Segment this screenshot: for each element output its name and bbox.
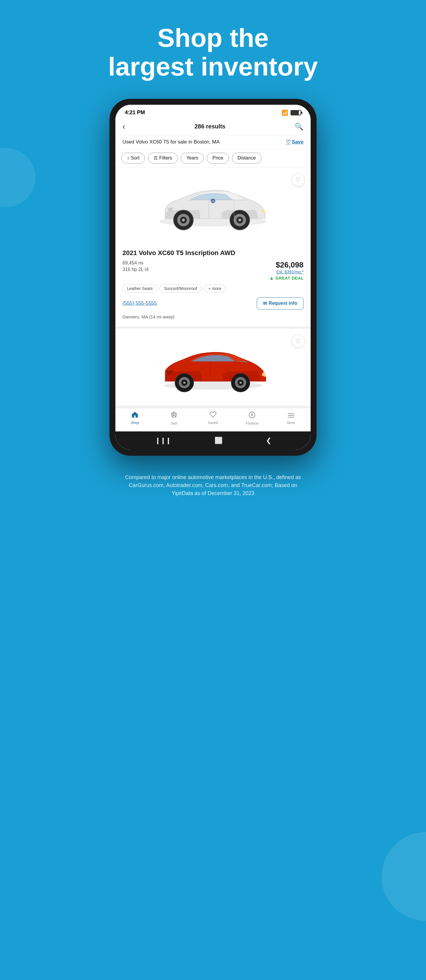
request-btn-label-1: Request info — [269, 301, 297, 306]
decorative-circle-right — [381, 832, 426, 921]
more-icon — [288, 411, 295, 420]
nav-shop[interactable]: Shop — [115, 411, 154, 425]
distance-filter-button[interactable]: Distance — [232, 153, 262, 164]
back-button[interactable]: ‹ — [122, 122, 125, 131]
deal-badge-1: ▲ GREAT DEAL — [269, 275, 304, 281]
car-details-1: 2021 Volvo XC60 T5 Inscription AWD 69,45… — [115, 244, 311, 326]
back-nav-button[interactable]: ❮ — [266, 437, 271, 444]
mileage-1: 69,454 mi — [122, 260, 148, 266]
car-image-section-2: ♡ — [115, 329, 311, 406]
search-query-text: Used Volvo XC60 T5 for sale in Boston, M… — [122, 139, 220, 145]
phone-home-area: ❙❙❙ ⬜ ❮ — [115, 431, 311, 450]
red-car-svg — [157, 339, 269, 395]
car-listing-2: ♡ — [115, 329, 311, 408]
disclaimer-text: Compared to major online automotive mark… — [125, 474, 301, 496]
phone-frame: 4:21 PM 📶 ‹ 286 results 🔍 Used Volvo XC6… — [110, 99, 316, 456]
filters-label: Filters — [159, 155, 172, 161]
svg-point-4 — [182, 218, 185, 221]
svg-point-17 — [183, 382, 186, 384]
more-label: More — [287, 421, 295, 425]
favorite-button-2[interactable]: ♡ — [292, 335, 305, 348]
features-row-1: Leather Seats Sunroof/Moonroof + more — [122, 284, 304, 293]
shop-icon — [131, 411, 139, 420]
car-price-section-1: $26,098 Est. $391/mo.* ▲ GREAT DEAL — [269, 260, 304, 281]
svg-point-26 — [132, 416, 134, 418]
price-filter-button[interactable]: Price — [207, 153, 229, 164]
price-label: Price — [212, 155, 223, 161]
monthly-payment-1[interactable]: Est. $391/mo.* — [269, 270, 304, 274]
recent-apps-button[interactable]: ❙❙❙ — [155, 437, 171, 444]
nav-more[interactable]: More — [272, 411, 311, 425]
search-subtitle-bar: Used Volvo XC60 T5 for sale in Boston, M… — [115, 135, 311, 149]
car-specs-1: 69,454 mi 316 hp 2L I4 — [122, 260, 148, 272]
filter-bar: ↕ Sort ☴ Filters Years Price Distance — [115, 149, 311, 167]
finance-label: Finance — [246, 422, 259, 425]
years-label: Years — [186, 155, 198, 161]
nav-sell[interactable]: $ Sell — [154, 411, 194, 425]
heart-icon: ♡ — [286, 139, 291, 145]
filters-button[interactable]: ☴ Filters — [148, 153, 178, 164]
shop-label: Shop — [131, 421, 139, 425]
sort-filter-button[interactable]: ↕ Sort — [121, 153, 145, 164]
battery-icon — [291, 110, 301, 115]
deal-text-1: GREAT DEAL — [275, 276, 304, 280]
svg-point-8 — [238, 218, 242, 221]
status-time: 4:21 PM — [125, 110, 145, 116]
engine-1: 316 hp 2L I4 — [122, 267, 148, 272]
saved-icon — [210, 411, 216, 420]
car-image-2 — [151, 335, 275, 400]
request-info-button-1[interactable]: ✉ Request info — [257, 298, 304, 310]
filter-icon: ☴ — [154, 155, 158, 161]
save-search-button[interactable]: ♡ Save — [286, 139, 304, 145]
decorative-circle-left — [0, 148, 35, 207]
envelope-icon: ✉ — [263, 301, 267, 306]
hero-line2: largest inventory — [108, 52, 318, 81]
svg-point-21 — [239, 382, 242, 384]
sort-icon: ↕ — [127, 155, 129, 161]
car-title-1: 2021 Volvo XC60 T5 Inscription AWD — [122, 249, 304, 257]
hero-line1: Shop the — [157, 23, 269, 52]
battery-fill — [291, 111, 299, 115]
svg-text:$: $ — [173, 414, 175, 417]
location-1: Danvers, MA (14 mi away) — [122, 314, 304, 321]
home-button[interactable]: ⬜ — [215, 437, 223, 444]
car-meta-1: 69,454 mi 316 hp 2L I4 $26,098 Est. $391… — [122, 260, 304, 281]
sell-icon: $ — [170, 411, 178, 420]
sell-label: Sell — [171, 422, 177, 425]
white-car-svg: V — [154, 177, 272, 235]
wifi-icon: 📶 — [281, 110, 288, 116]
results-count: 286 results — [194, 123, 226, 130]
search-button[interactable]: 🔍 — [295, 123, 304, 131]
saved-label: Saved — [208, 421, 218, 425]
svg-text:V: V — [212, 199, 214, 202]
heart-icon-2: ♡ — [296, 337, 301, 345]
status-bar: 4:21 PM 📶 — [115, 105, 311, 118]
heart-icon-1: ♡ — [296, 177, 301, 183]
car-image-1: V — [151, 173, 275, 239]
svg-rect-24 — [199, 368, 205, 369]
feature-more[interactable]: + more — [204, 284, 226, 293]
car-image-section-1: V ♡ — [115, 167, 311, 244]
price-1: $26,098 — [269, 260, 304, 270]
deal-icon-1: ▲ — [269, 275, 274, 281]
svg-point-27 — [135, 416, 137, 418]
feature-leather-seats: Leather Seats — [122, 284, 157, 293]
phone-number-1[interactable]: (555) 555-5555 — [122, 300, 157, 306]
app-header: ‹ 286 results 🔍 — [115, 118, 311, 135]
phone-screen: 4:21 PM 📶 ‹ 286 results 🔍 Used Volvo XC6… — [115, 105, 311, 450]
contact-row-1: (555) 555-5555 ✉ Request info — [122, 298, 304, 310]
favorite-button-1[interactable]: ♡ — [292, 173, 305, 186]
svg-text:$: $ — [251, 413, 253, 417]
sort-label: Sort — [131, 155, 139, 161]
svg-rect-25 — [224, 368, 230, 369]
footer-disclaimer: Compared to major online automotive mark… — [124, 473, 302, 497]
status-icons: 📶 — [281, 110, 301, 116]
distance-label: Distance — [238, 155, 256, 161]
years-filter-button[interactable]: Years — [181, 153, 204, 164]
bottom-navigation: Shop $ Sell — [115, 408, 311, 431]
phone-mockup: 4:21 PM 📶 ‹ 286 results 🔍 Used Volvo XC6… — [110, 99, 316, 456]
car-listing-1: V ♡ 2021 Volvo XC60 T5 Inscription AWD — [115, 167, 311, 329]
hero-headline: Shop the largest inventory — [84, 24, 342, 81]
nav-finance[interactable]: $ Finance — [232, 411, 272, 425]
nav-saved[interactable]: Saved — [194, 411, 232, 425]
